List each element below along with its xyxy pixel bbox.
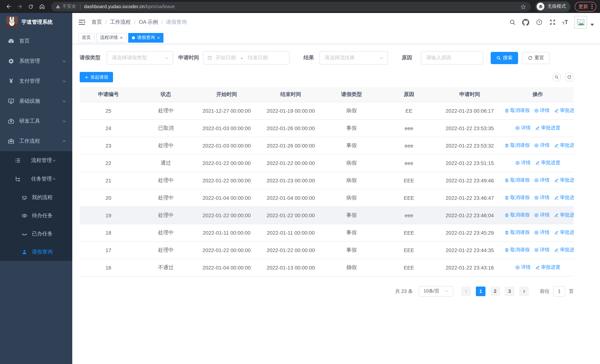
- cell-reason: eee: [380, 154, 438, 172]
- sidebar-item-workflow[interactable]: 工作流程: [0, 131, 72, 151]
- app-logo-row: 芋道管理系统: [0, 13, 72, 31]
- detail-leave-link[interactable]: 详情: [515, 159, 531, 166]
- search-icon: [554, 75, 559, 79]
- tab-home[interactable]: 首页: [78, 33, 94, 42]
- avatar[interactable]: [574, 16, 587, 28]
- breadcrumb-item[interactable]: OA 示例: [139, 19, 158, 26]
- detail-leave-link[interactable]: 详情: [534, 212, 550, 218]
- page-button-1[interactable]: 1: [476, 286, 486, 296]
- search-button[interactable]: 搜索: [491, 52, 518, 64]
- sidebar-item-todo-tasks[interactable]: 待办任务: [0, 206, 72, 225]
- progress-leave-link[interactable]: 审批进度: [535, 125, 560, 131]
- progress-leave-link[interactable]: 审批进度: [554, 229, 574, 236]
- sidebar-item-leave-query[interactable]: 请假查询: [0, 243, 72, 261]
- close-icon[interactable]: ×: [157, 35, 160, 40]
- progress-leave-link[interactable]: 审批进度: [554, 142, 574, 149]
- progress-leave-link[interactable]: 审批进度: [554, 177, 574, 184]
- detail-leave-link[interactable]: 详情: [534, 177, 550, 184]
- detail-leave-link[interactable]: 详情: [534, 195, 550, 201]
- prev-page-button[interactable]: [461, 286, 471, 296]
- cell-leave-type: 事假: [323, 119, 380, 137]
- progress-leave-link[interactable]: 审批进度: [554, 195, 574, 201]
- leave-type-select[interactable]: 请选择请假类型: [107, 51, 173, 65]
- page-button-3[interactable]: 3: [505, 286, 514, 296]
- sidebar-item-devtools[interactable]: 研发工具: [0, 111, 72, 131]
- page-button-2[interactable]: 2: [490, 286, 500, 296]
- avatar-caret-icon[interactable]: [590, 24, 594, 26]
- cell-apply-id: 24: [80, 119, 137, 137]
- progress-leave-link[interactable]: 审批进度: [554, 107, 574, 114]
- table-row: 22通过2022-01-22 00:00:002022-01-22 00:00:…: [80, 154, 574, 172]
- detail-leave-link[interactable]: 详情: [515, 264, 531, 271]
- active-tab-dot: [132, 36, 135, 39]
- cell-leave-type: 事假: [323, 137, 380, 154]
- cancel-leave-link[interactable]: 取消请假: [504, 247, 530, 253]
- update-button[interactable]: 更新: [575, 2, 596, 11]
- fullscreen-icon[interactable]: [549, 19, 556, 26]
- progress-leave-link[interactable]: 审批进度: [535, 264, 560, 271]
- cancel-leave-link[interactable]: 取消请假: [504, 229, 530, 236]
- workflow-submenu: 流程管理 任务管理 我的流程: [0, 151, 72, 261]
- progress-leave-link[interactable]: 审批进度: [535, 159, 560, 166]
- cell-apply-time: 2022-01-22 23:53:35: [438, 119, 502, 137]
- help-icon[interactable]: ?: [535, 19, 543, 26]
- table-row: 23处理中2022-01-03 00:00:002022-01-26 00:00…: [80, 137, 574, 154]
- font-size-icon[interactable]: TT: [562, 19, 568, 25]
- not-secure-warning[interactable]: 不安全: [56, 3, 76, 10]
- goto-page-input[interactable]: 1: [553, 286, 565, 296]
- cell-start-time: 2022-01-04 00:00:00: [195, 259, 259, 276]
- page-suffix-label: 页: [569, 288, 574, 295]
- detail-leave-link[interactable]: 详情: [534, 142, 550, 149]
- close-icon[interactable]: ×: [120, 35, 123, 40]
- breadcrumb-item[interactable]: 工作流程: [110, 19, 131, 26]
- tab-process-detail[interactable]: 流程详情 ×: [96, 33, 126, 42]
- sidebar-item-done-tasks[interactable]: 已办任务: [0, 225, 72, 243]
- page-size-select[interactable]: 10条/页: [419, 286, 453, 296]
- sidebar-item-infra[interactable]: 基础设施: [0, 91, 72, 111]
- bookmark-star-icon[interactable]: [520, 3, 526, 9]
- reset-button[interactable]: 重置: [522, 52, 550, 64]
- trash-icon: [504, 248, 509, 252]
- result-select[interactable]: 请选择流结果: [319, 51, 388, 65]
- detail-leave-link[interactable]: 详情: [515, 125, 531, 131]
- reload-icon[interactable]: [26, 2, 36, 11]
- cancel-leave-link[interactable]: 取消请假: [504, 177, 530, 184]
- sidebar-item-task-mgmt[interactable]: 任务管理: [0, 170, 72, 188]
- address-bar[interactable]: 不安全 dashboard.yudao.iocoder.cn/bpm/oa/le…: [51, 2, 531, 11]
- home-icon[interactable]: [37, 2, 47, 11]
- sidebar-item-process-mgmt[interactable]: 流程管理: [0, 151, 72, 170]
- sidebar-item-my-process[interactable]: 我的流程: [0, 188, 72, 206]
- detail-leave-link[interactable]: 详情: [534, 107, 550, 114]
- cancel-leave-link[interactable]: 取消请假: [504, 142, 530, 149]
- view-icon: [534, 230, 539, 235]
- next-page-button[interactable]: [519, 286, 529, 296]
- forward-icon[interactable]: [15, 2, 24, 11]
- refresh-table-button[interactable]: [565, 73, 574, 82]
- detail-leave-link[interactable]: 详情: [534, 229, 550, 236]
- apply-time-range-picker[interactable]: 开始日期 - 结束日期: [203, 51, 290, 65]
- reason-input[interactable]: 请输入原因: [421, 51, 483, 65]
- col-actions: 操作: [502, 87, 574, 102]
- sidebar-collapse-icon[interactable]: [78, 19, 86, 26]
- tab-leave-query[interactable]: 请假查询 ×: [128, 33, 163, 42]
- trash-icon: [504, 143, 509, 148]
- progress-leave-link[interactable]: 审批进度: [554, 212, 574, 218]
- search-icon[interactable]: [509, 19, 516, 26]
- cancel-leave-link[interactable]: 取消请假: [504, 195, 530, 201]
- chevron-down-icon: [62, 59, 66, 63]
- cancel-leave-link[interactable]: 取消请假: [504, 107, 530, 114]
- detail-leave-link[interactable]: 详情: [534, 247, 550, 253]
- breadcrumb-item[interactable]: 首页: [92, 19, 102, 26]
- cancel-leave-link[interactable]: 取消请假: [504, 212, 530, 218]
- cell-status: 不通过: [137, 259, 195, 276]
- sidebar-item-payment[interactable]: ¥ 支付管理: [0, 71, 72, 91]
- sidebar-item-label: 请假查询: [32, 249, 53, 255]
- progress-leave-link[interactable]: 审批进度: [554, 247, 574, 253]
- back-icon[interactable]: [4, 2, 13, 11]
- github-icon[interactable]: [522, 19, 529, 26]
- browser-menu-icon[interactable]: [591, 4, 593, 9]
- sidebar-item-system[interactable]: 系统管理: [0, 51, 72, 71]
- sidebar-item-home[interactable]: 首页: [0, 31, 72, 51]
- create-leave-button[interactable]: 发起请假: [80, 72, 113, 82]
- toggle-search-button[interactable]: [552, 73, 561, 82]
